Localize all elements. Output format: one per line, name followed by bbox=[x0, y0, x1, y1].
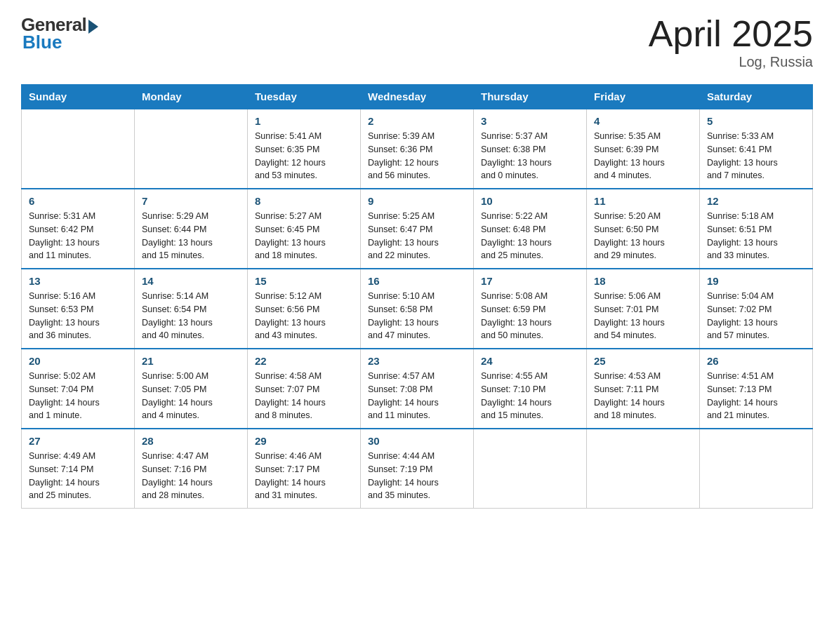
header-saturday: Saturday bbox=[700, 85, 813, 109]
day-number: 15 bbox=[255, 275, 353, 287]
table-row: 27Sunrise: 4:49 AM Sunset: 7:14 PM Dayli… bbox=[22, 429, 135, 509]
day-info: Sunrise: 4:47 AM Sunset: 7:16 PM Dayligh… bbox=[142, 450, 240, 502]
day-info: Sunrise: 5:20 AM Sunset: 6:50 PM Dayligh… bbox=[594, 210, 692, 262]
day-number: 14 bbox=[142, 275, 240, 287]
table-row: 24Sunrise: 4:55 AM Sunset: 7:10 PM Dayli… bbox=[474, 349, 587, 429]
day-number: 22 bbox=[255, 355, 353, 367]
day-info: Sunrise: 5:14 AM Sunset: 6:54 PM Dayligh… bbox=[142, 290, 240, 342]
day-number: 11 bbox=[594, 195, 692, 207]
table-row: 16Sunrise: 5:10 AM Sunset: 6:58 PM Dayli… bbox=[361, 269, 474, 349]
day-number: 13 bbox=[29, 275, 127, 287]
calendar-body: 1Sunrise: 5:41 AM Sunset: 6:35 PM Daylig… bbox=[22, 109, 813, 509]
day-number: 1 bbox=[255, 115, 353, 127]
table-row: 29Sunrise: 4:46 AM Sunset: 7:17 PM Dayli… bbox=[248, 429, 361, 509]
table-row bbox=[474, 429, 587, 509]
table-row: 22Sunrise: 4:58 AM Sunset: 7:07 PM Dayli… bbox=[248, 349, 361, 429]
day-info: Sunrise: 4:58 AM Sunset: 7:07 PM Dayligh… bbox=[255, 370, 353, 422]
day-info: Sunrise: 5:29 AM Sunset: 6:44 PM Dayligh… bbox=[142, 210, 240, 262]
table-row: 18Sunrise: 5:06 AM Sunset: 7:01 PM Dayli… bbox=[587, 269, 700, 349]
day-number: 27 bbox=[29, 435, 127, 447]
table-row bbox=[587, 429, 700, 509]
table-row: 3Sunrise: 5:37 AM Sunset: 6:38 PM Daylig… bbox=[474, 109, 587, 189]
day-info: Sunrise: 5:12 AM Sunset: 6:56 PM Dayligh… bbox=[255, 290, 353, 342]
table-row: 25Sunrise: 4:53 AM Sunset: 7:11 PM Dayli… bbox=[587, 349, 700, 429]
table-row: 11Sunrise: 5:20 AM Sunset: 6:50 PM Dayli… bbox=[587, 189, 700, 269]
day-info: Sunrise: 5:06 AM Sunset: 7:01 PM Dayligh… bbox=[594, 290, 692, 342]
day-info: Sunrise: 5:39 AM Sunset: 6:36 PM Dayligh… bbox=[368, 130, 466, 182]
day-number: 12 bbox=[707, 195, 805, 207]
table-row bbox=[135, 109, 248, 189]
table-row: 28Sunrise: 4:47 AM Sunset: 7:16 PM Dayli… bbox=[135, 429, 248, 509]
day-number: 19 bbox=[707, 275, 805, 287]
table-row: 7Sunrise: 5:29 AM Sunset: 6:44 PM Daylig… bbox=[135, 189, 248, 269]
table-row: 8Sunrise: 5:27 AM Sunset: 6:45 PM Daylig… bbox=[248, 189, 361, 269]
day-info: Sunrise: 4:55 AM Sunset: 7:10 PM Dayligh… bbox=[481, 370, 579, 422]
logo-blue-text: Blue bbox=[22, 32, 62, 53]
day-info: Sunrise: 5:18 AM Sunset: 6:51 PM Dayligh… bbox=[707, 210, 805, 262]
day-info: Sunrise: 5:00 AM Sunset: 7:05 PM Dayligh… bbox=[142, 370, 240, 422]
day-number: 25 bbox=[594, 355, 692, 367]
day-number: 3 bbox=[481, 115, 579, 127]
table-row: 15Sunrise: 5:12 AM Sunset: 6:56 PM Dayli… bbox=[248, 269, 361, 349]
day-number: 16 bbox=[368, 275, 466, 287]
day-info: Sunrise: 4:44 AM Sunset: 7:19 PM Dayligh… bbox=[368, 450, 466, 502]
logo-arrow-icon bbox=[88, 20, 98, 34]
title-block: April 2025 Log, Russia bbox=[649, 14, 813, 70]
table-row: 23Sunrise: 4:57 AM Sunset: 7:08 PM Dayli… bbox=[361, 349, 474, 429]
day-info: Sunrise: 5:04 AM Sunset: 7:02 PM Dayligh… bbox=[707, 290, 805, 342]
day-info: Sunrise: 5:37 AM Sunset: 6:38 PM Dayligh… bbox=[481, 130, 579, 182]
day-info: Sunrise: 5:31 AM Sunset: 6:42 PM Dayligh… bbox=[29, 210, 127, 262]
table-row bbox=[700, 429, 813, 509]
table-row: 4Sunrise: 5:35 AM Sunset: 6:39 PM Daylig… bbox=[587, 109, 700, 189]
table-row: 13Sunrise: 5:16 AM Sunset: 6:53 PM Dayli… bbox=[22, 269, 135, 349]
calendar-table: Sunday Monday Tuesday Wednesday Thursday… bbox=[21, 84, 813, 509]
day-info: Sunrise: 4:49 AM Sunset: 7:14 PM Dayligh… bbox=[29, 450, 127, 502]
table-row: 30Sunrise: 4:44 AM Sunset: 7:19 PM Dayli… bbox=[361, 429, 474, 509]
day-info: Sunrise: 4:53 AM Sunset: 7:11 PM Dayligh… bbox=[594, 370, 692, 422]
day-number: 5 bbox=[707, 115, 805, 127]
table-row: 6Sunrise: 5:31 AM Sunset: 6:42 PM Daylig… bbox=[22, 189, 135, 269]
calendar-location: Log, Russia bbox=[649, 54, 813, 70]
table-row: 1Sunrise: 5:41 AM Sunset: 6:35 PM Daylig… bbox=[248, 109, 361, 189]
day-info: Sunrise: 5:25 AM Sunset: 6:47 PM Dayligh… bbox=[368, 210, 466, 262]
day-number: 28 bbox=[142, 435, 240, 447]
day-number: 24 bbox=[481, 355, 579, 367]
day-info: Sunrise: 5:27 AM Sunset: 6:45 PM Dayligh… bbox=[255, 210, 353, 262]
table-row: 21Sunrise: 5:00 AM Sunset: 7:05 PM Dayli… bbox=[135, 349, 248, 429]
header-monday: Monday bbox=[135, 85, 248, 109]
table-row: 9Sunrise: 5:25 AM Sunset: 6:47 PM Daylig… bbox=[361, 189, 474, 269]
header-friday: Friday bbox=[587, 85, 700, 109]
day-number: 10 bbox=[481, 195, 579, 207]
table-row: 12Sunrise: 5:18 AM Sunset: 6:51 PM Dayli… bbox=[700, 189, 813, 269]
day-info: Sunrise: 4:57 AM Sunset: 7:08 PM Dayligh… bbox=[368, 370, 466, 422]
table-row bbox=[22, 109, 135, 189]
header-wednesday: Wednesday bbox=[361, 85, 474, 109]
day-info: Sunrise: 5:33 AM Sunset: 6:41 PM Dayligh… bbox=[707, 130, 805, 182]
day-number: 29 bbox=[255, 435, 353, 447]
day-info: Sunrise: 5:41 AM Sunset: 6:35 PM Dayligh… bbox=[255, 130, 353, 182]
table-row: 20Sunrise: 5:02 AM Sunset: 7:04 PM Dayli… bbox=[22, 349, 135, 429]
day-info: Sunrise: 5:02 AM Sunset: 7:04 PM Dayligh… bbox=[29, 370, 127, 422]
header-tuesday: Tuesday bbox=[248, 85, 361, 109]
calendar-header: Sunday Monday Tuesday Wednesday Thursday… bbox=[22, 85, 813, 109]
page-header: General Blue April 2025 Log, Russia bbox=[21, 14, 813, 70]
day-number: 4 bbox=[594, 115, 692, 127]
day-number: 21 bbox=[142, 355, 240, 367]
day-info: Sunrise: 5:16 AM Sunset: 6:53 PM Dayligh… bbox=[29, 290, 127, 342]
day-info: Sunrise: 5:10 AM Sunset: 6:58 PM Dayligh… bbox=[368, 290, 466, 342]
table-row: 17Sunrise: 5:08 AM Sunset: 6:59 PM Dayli… bbox=[474, 269, 587, 349]
header-sunday: Sunday bbox=[22, 85, 135, 109]
table-row: 5Sunrise: 5:33 AM Sunset: 6:41 PM Daylig… bbox=[700, 109, 813, 189]
table-row: 26Sunrise: 4:51 AM Sunset: 7:13 PM Dayli… bbox=[700, 349, 813, 429]
day-info: Sunrise: 4:51 AM Sunset: 7:13 PM Dayligh… bbox=[707, 370, 805, 422]
table-row: 14Sunrise: 5:14 AM Sunset: 6:54 PM Dayli… bbox=[135, 269, 248, 349]
calendar-title: April 2025 bbox=[649, 14, 813, 54]
logo: General Blue bbox=[21, 14, 98, 53]
day-number: 8 bbox=[255, 195, 353, 207]
day-info: Sunrise: 4:46 AM Sunset: 7:17 PM Dayligh… bbox=[255, 450, 353, 502]
day-info: Sunrise: 5:08 AM Sunset: 6:59 PM Dayligh… bbox=[481, 290, 579, 342]
table-row: 19Sunrise: 5:04 AM Sunset: 7:02 PM Dayli… bbox=[700, 269, 813, 349]
day-number: 9 bbox=[368, 195, 466, 207]
day-info: Sunrise: 5:35 AM Sunset: 6:39 PM Dayligh… bbox=[594, 130, 692, 182]
day-number: 18 bbox=[594, 275, 692, 287]
